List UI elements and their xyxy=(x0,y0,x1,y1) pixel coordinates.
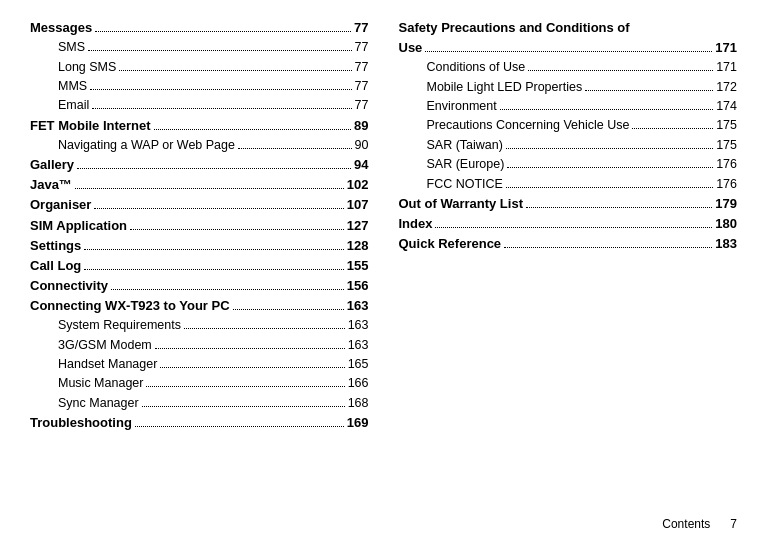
entry-page: 156 xyxy=(347,276,369,296)
toc-entry: Email77 xyxy=(30,96,369,115)
entry-title: SIM Application xyxy=(30,216,127,236)
entry-title: Java™ xyxy=(30,175,72,195)
toc-entry: Settings128 xyxy=(30,236,369,256)
entry-page: 77 xyxy=(355,77,369,96)
entry-page: 165 xyxy=(348,355,369,374)
entry-page: 172 xyxy=(716,78,737,97)
entry-title: Out of Warranty List xyxy=(399,194,523,214)
entry-page: 176 xyxy=(716,155,737,174)
toc-container: Messages77SMS77Long SMS77MMS77Email77FET… xyxy=(30,18,737,503)
toc-entry: SAR (Taiwan)175 xyxy=(399,136,738,155)
entry-title: Messages xyxy=(30,18,92,38)
entry-page: 90 xyxy=(355,136,369,155)
entry-title: Navigating a WAP or Web Page xyxy=(58,136,235,155)
entry-title: Troubleshooting xyxy=(30,413,132,433)
entry-page: 77 xyxy=(355,58,369,77)
entry-title: Call Log xyxy=(30,256,81,276)
entry-page: 77 xyxy=(355,96,369,115)
footer: Contents 7 xyxy=(30,513,737,531)
entry-title: FCC NOTICE xyxy=(427,175,503,194)
entry-title: SAR (Taiwan) xyxy=(427,136,503,155)
toc-entry: Conditions of Use171 xyxy=(399,58,738,77)
toc-entry: 3G/GSM Modem163 xyxy=(30,336,369,355)
toc-entry: SAR (Europe)176 xyxy=(399,155,738,174)
entry-page: 102 xyxy=(347,175,369,195)
entry-page: 107 xyxy=(347,195,369,215)
entry-page: 94 xyxy=(354,155,368,175)
entry-title: Environment xyxy=(427,97,497,116)
toc-entry: SIM Application127 xyxy=(30,216,369,236)
entry-title: Music Manager xyxy=(58,374,143,393)
toc-entry: Environment174 xyxy=(399,97,738,116)
entry-page: 171 xyxy=(716,58,737,77)
entry-page: 155 xyxy=(347,256,369,276)
toc-entry: Sync Manager168 xyxy=(30,394,369,413)
page: Messages77SMS77Long SMS77MMS77Email77FET… xyxy=(0,0,767,549)
col-left: Messages77SMS77Long SMS77MMS77Email77FET… xyxy=(30,18,369,503)
entry-title: Email xyxy=(58,96,89,115)
toc-entry: System Requirements163 xyxy=(30,316,369,335)
entry-page: 89 xyxy=(354,116,368,136)
entry-title: Precautions Concerning Vehicle Use xyxy=(427,116,630,135)
entry-title: Mobile Light LED Properties xyxy=(427,78,583,97)
entry-title: Conditions of Use xyxy=(427,58,526,77)
entry-page: 180 xyxy=(715,214,737,234)
entry-title: FET Mobile Internet xyxy=(30,116,151,136)
entry-title: Organiser xyxy=(30,195,91,215)
entry-title: Gallery xyxy=(30,155,74,175)
toc-entry: FET Mobile Internet89 xyxy=(30,116,369,136)
entry-title: System Requirements xyxy=(58,316,181,335)
toc-entry: Quick Reference183 xyxy=(399,234,738,254)
entry-page: 179 xyxy=(715,194,737,214)
entry-title: Quick Reference xyxy=(399,234,502,254)
entry-title: Connecting WX-T923 to Your PC xyxy=(30,296,230,316)
entry-page: 168 xyxy=(348,394,369,413)
entry-page: 163 xyxy=(347,296,369,316)
entry-page: 169 xyxy=(347,413,369,433)
entry-page: 176 xyxy=(716,175,737,194)
entry-page: 171 xyxy=(715,38,737,58)
toc-entry: SMS77 xyxy=(30,38,369,57)
entry-title: Index xyxy=(399,214,433,234)
entry-page: 77 xyxy=(354,18,368,38)
entry-title: MMS xyxy=(58,77,87,96)
toc-entry: Out of Warranty List179 xyxy=(399,194,738,214)
toc-entry: Long SMS77 xyxy=(30,58,369,77)
toc-entry: FCC NOTICE176 xyxy=(399,175,738,194)
toc-entry: Messages77 xyxy=(30,18,369,38)
entry-title: 3G/GSM Modem xyxy=(58,336,152,355)
toc-entry: Gallery94 xyxy=(30,155,369,175)
toc-entry: MMS77 xyxy=(30,77,369,96)
entry-title: Connectivity xyxy=(30,276,108,296)
toc-entry: Navigating a WAP or Web Page90 xyxy=(30,136,369,155)
entry-page: 77 xyxy=(355,38,369,57)
entry-title: Use xyxy=(399,38,423,58)
entry-title: Handset Manager xyxy=(58,355,157,374)
entry-page: 127 xyxy=(347,216,369,236)
entry-title: Settings xyxy=(30,236,81,256)
footer-label: Contents xyxy=(662,517,710,531)
toc-entry: Mobile Light LED Properties172 xyxy=(399,78,738,97)
entry-page: 166 xyxy=(348,374,369,393)
toc-entry: Handset Manager165 xyxy=(30,355,369,374)
toc-entry: Safety Precautions and Conditions ofUse1… xyxy=(399,18,738,58)
entry-page: 175 xyxy=(716,136,737,155)
toc-entry: Java™102 xyxy=(30,175,369,195)
entry-page: 175 xyxy=(716,116,737,135)
toc-entry: Connectivity156 xyxy=(30,276,369,296)
toc-entry: Connecting WX-T923 to Your PC163 xyxy=(30,296,369,316)
entry-page: 183 xyxy=(715,234,737,254)
entry-title: Safety Precautions and Conditions of xyxy=(399,18,630,38)
col-right: Safety Precautions and Conditions ofUse1… xyxy=(399,18,738,503)
toc-entry: Troubleshooting169 xyxy=(30,413,369,433)
toc-entry: Index180 xyxy=(399,214,738,234)
toc-entry: Precautions Concerning Vehicle Use175 xyxy=(399,116,738,135)
entry-title: Long SMS xyxy=(58,58,116,77)
entry-page: 163 xyxy=(348,316,369,335)
entry-title: SMS xyxy=(58,38,85,57)
toc-entry: Call Log155 xyxy=(30,256,369,276)
toc-entry: Organiser107 xyxy=(30,195,369,215)
toc-entry: Music Manager166 xyxy=(30,374,369,393)
entry-page: 163 xyxy=(348,336,369,355)
entry-title: SAR (Europe) xyxy=(427,155,505,174)
